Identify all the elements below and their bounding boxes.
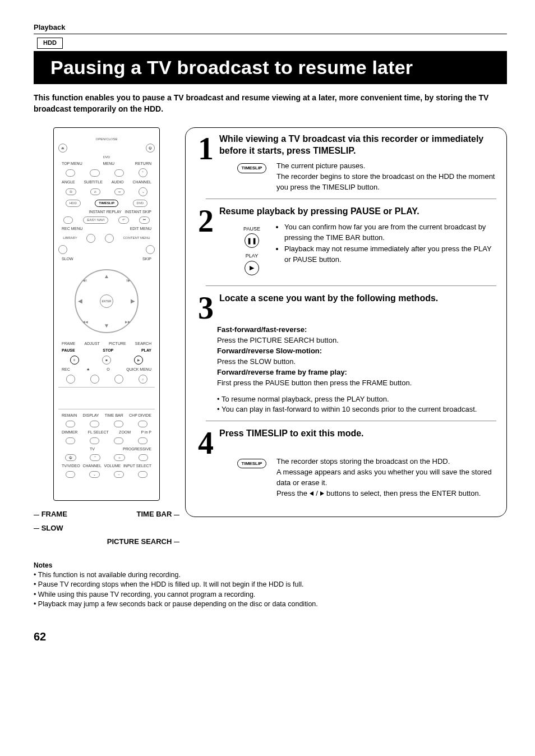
tv-minus-button: − <box>114 471 124 478</box>
tv-video-button <box>66 471 75 478</box>
time-bar-button <box>114 421 123 427</box>
step-2: 2 Resume playback by pressing PAUSE or P… <box>189 206 496 280</box>
pause-icon: ❚❚ <box>245 233 259 248</box>
step-3: 3 Locate a scene you want by the followi… <box>189 293 496 322</box>
content-menu-button <box>146 245 155 254</box>
step-3-l1h: Fast-forward/fast-reverse: <box>217 325 496 335</box>
label-frame: FRAME <box>62 341 76 347</box>
note-3: While using this pause TV recording, you… <box>34 590 507 600</box>
frame-fwd-icon: Ⅱ▶ <box>126 278 131 283</box>
label-rec: REC <box>62 367 70 372</box>
menu-button <box>90 169 99 176</box>
note-2: Pause TV recording stops when the HDD is… <box>34 580 507 590</box>
step-4-t1: The recorder stops storing the broadcast… <box>276 457 496 467</box>
steps-panel: 1 While viewing a TV broadcast via this … <box>185 127 507 518</box>
step-1: 1 While viewing a TV broadcast via this … <box>189 133 496 193</box>
label-subtitle: SUBTITLE <box>84 179 102 185</box>
callout-time-bar: TIME BAR <box>137 510 172 518</box>
remote-diagram: OPEN/CLOSE ⏏ ⏻ DVD TOP MENU MENU RETURN <box>53 127 160 501</box>
step-3-l2: Press the SLOW button. <box>217 357 496 367</box>
step-2-number: 2 <box>189 206 214 280</box>
label-fl-select: FL SELECT <box>88 430 109 435</box>
label-rec-menu: REC MENU <box>62 226 82 232</box>
label-time-bar: TIME BAR <box>105 413 123 418</box>
tv-power-button: ⏻ <box>65 454 76 461</box>
blank-chip <box>63 216 73 223</box>
subtitle-button: ⎚ <box>90 188 100 195</box>
step-1-text2: The recorder begins to store the broadca… <box>276 172 496 193</box>
callout-picture-search: PICTURE SEARCH <box>107 537 172 546</box>
step-2-bullet2: Playback may not resume immediately afte… <box>284 244 496 265</box>
input-select-button <box>138 471 147 478</box>
tv-up-button: ⌃ <box>90 454 100 461</box>
quick-menu-button: ⌕ <box>139 375 147 384</box>
label-adjust: ADJUST <box>85 341 100 347</box>
progressive-button <box>139 454 148 461</box>
label-zoom: ZOOM <box>119 430 131 435</box>
notes-head: Notes <box>34 561 507 570</box>
label-channel2: CHANNEL <box>82 463 101 469</box>
step-1-number: 1 <box>189 133 214 193</box>
down-icon: ⌄ <box>139 187 147 196</box>
dvd-chip: DVD <box>133 200 148 206</box>
step-1-text1: The current picture pauses. <box>276 161 496 172</box>
label-instant-skip: INSTANT SKIP <box>125 209 151 215</box>
tv-down-button: ⌄ <box>89 471 100 478</box>
chp-divide-button <box>138 421 147 427</box>
play-label: PLAY <box>236 252 268 260</box>
label-open-close: OPEN/CLOSE <box>58 137 155 141</box>
note-4: Playback may jump a few seconds back or … <box>34 600 507 610</box>
label-dvd: DVD <box>58 155 155 159</box>
intro-text: This function enables you to pause a TV … <box>34 92 507 115</box>
note-1: This function is not available during re… <box>34 570 507 580</box>
search-fwd-icon: ▶▶ <box>125 320 131 324</box>
timeslip-button-icon-2: TIMESLIP <box>237 459 267 468</box>
pause-label: PAUSE <box>236 225 268 233</box>
edit-menu-button <box>105 234 114 243</box>
label-instant-replay: INSTANT REPLAY <box>89 209 121 215</box>
label-quick-menu: QUICK MENU <box>126 367 151 372</box>
label-dimmer: DIMMER <box>62 430 77 435</box>
search-rev-icon: ◀◀ <box>82 320 88 324</box>
section-label: Playback <box>34 22 507 34</box>
dimmer-button <box>66 437 75 444</box>
angle-button: ✇ <box>66 188 76 195</box>
label-library: LIBRARY <box>63 236 77 240</box>
step-4-head: Press TIMESLIP to exit this mode. <box>219 428 496 440</box>
hdd-chip: HDD <box>66 200 81 206</box>
pause-button: Ⅱ <box>70 356 79 365</box>
label-top-menu: TOP MENU <box>62 161 82 167</box>
enter-button: ENTER <box>100 294 113 308</box>
label-audio: AUDIO <box>112 179 124 185</box>
step-3-n1: • To resume normal playback, press the P… <box>217 394 496 405</box>
dpad: ENTER ▲ ▼ ◀ ▶ ◀Ⅱ Ⅱ▶ ◀◀ ▶▶ <box>70 265 143 338</box>
label-slow: SLOW <box>62 256 107 262</box>
label-search: SEARCH <box>135 341 151 347</box>
up-icon: ⌃ <box>139 168 147 177</box>
fl-select-button <box>90 437 99 444</box>
play-button: ▶ <box>134 356 143 365</box>
page-number: 62 <box>34 629 507 644</box>
step-3-n2: • You can play in fast-forward to within… <box>217 404 496 415</box>
label-return: RETURN <box>135 161 151 167</box>
audio-button: ∞ <box>114 188 124 195</box>
label-picture: PICTURE <box>109 341 126 347</box>
label-edit-menu: EDIT MENU <box>130 226 151 232</box>
notes-section: Notes This function is not available dur… <box>34 561 507 610</box>
pinp-button <box>138 437 147 444</box>
tv-plus-button: ＋ <box>114 454 125 461</box>
instant-skip-button: ↦ <box>139 216 150 223</box>
step-2-head: Resume playback by pressing PAUSE or PLA… <box>219 206 496 218</box>
label-skip: SKIP <box>107 256 151 262</box>
o-button <box>114 375 123 384</box>
step-4: 4 Press TIMESLIP to exit this mode. TIME… <box>189 428 496 499</box>
timeslip-chip: TIMESLIP <box>95 200 118 206</box>
power-icon: ⏻ <box>146 144 155 153</box>
hdd-tag: HDD <box>37 38 63 48</box>
step-3-head: Locate a scene you want by the following… <box>219 293 496 305</box>
callout-frame: FRAME <box>41 510 67 518</box>
stop-button: ■ <box>102 356 111 365</box>
step-3-l3: First press the PAUSE button then press … <box>217 378 496 389</box>
play-icon: ▶ <box>245 261 259 275</box>
left-arrow-icon: ◀ <box>78 297 82 305</box>
